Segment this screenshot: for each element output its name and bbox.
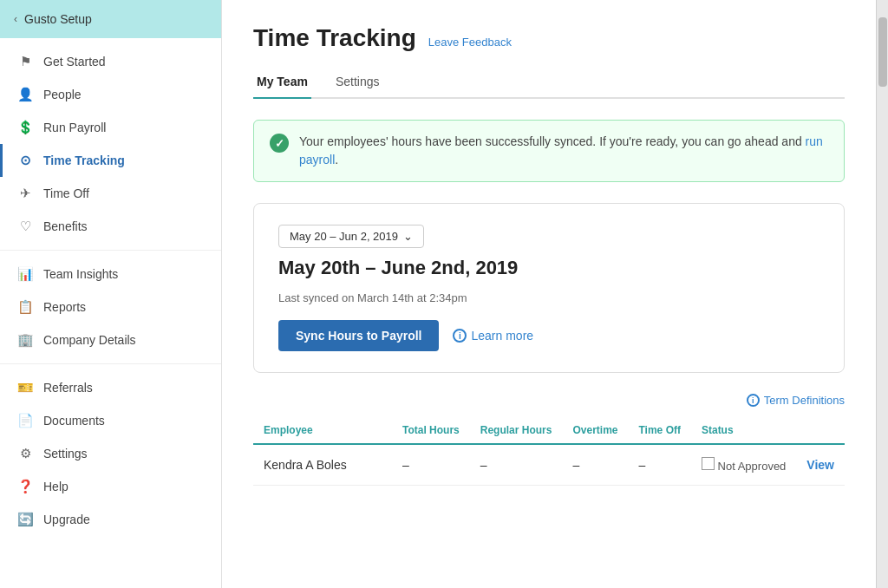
info-icon: i xyxy=(453,329,467,343)
sidebar-item-label-upgrade: Upgrade xyxy=(43,513,90,526)
nav-divider xyxy=(0,250,221,251)
sidebar-item-label-team-insights: Team Insights xyxy=(43,267,118,281)
sidebar-item-help[interactable]: ❓Help xyxy=(0,470,221,503)
date-card: May 20 – Jun 2, 2019 ⌄ May 20th – June 2… xyxy=(253,203,845,373)
sidebar-item-label-benefits: Benefits xyxy=(43,219,88,233)
sidebar-item-label-settings: Settings xyxy=(43,447,88,461)
get-started-icon: ⚑ xyxy=(17,54,33,69)
referrals-icon: 🎫 xyxy=(17,380,33,395)
cell-time_off: – xyxy=(629,444,691,486)
settings-icon: ⚙ xyxy=(17,446,33,461)
col-actions xyxy=(796,417,845,444)
upgrade-icon: 🔄 xyxy=(17,512,33,527)
view-link[interactable]: View xyxy=(806,458,834,472)
run-payroll-icon: 💲 xyxy=(17,120,33,135)
sidebar-header[interactable]: ‹ Gusto Setup xyxy=(0,0,221,38)
sidebar-item-get-started[interactable]: ⚑Get Started xyxy=(0,45,221,78)
reports-icon: 📋 xyxy=(17,299,33,315)
col-overtime: Overtime xyxy=(562,417,628,444)
company-details-icon: 🏢 xyxy=(17,332,33,348)
sidebar-item-benefits[interactable]: ♡Benefits xyxy=(0,210,221,243)
sidebar-item-label-reports: Reports xyxy=(43,300,86,314)
benefits-icon: ♡ xyxy=(17,219,33,234)
sidebar-item-label-get-started: Get Started xyxy=(43,55,106,69)
cell-employee: Kendra A Boles xyxy=(253,444,392,486)
sync-actions: Sync Hours to Payroll i Learn more xyxy=(278,320,819,351)
table-header: Employee Total Hours Regular Hours Overt… xyxy=(253,417,845,444)
cell-status: Not Approved xyxy=(691,444,796,486)
sidebar-item-people[interactable]: 👤People xyxy=(0,78,221,111)
sidebar-item-company-details[interactable]: 🏢Company Details xyxy=(0,323,221,356)
help-icon: ❓ xyxy=(17,479,33,494)
success-text: Your employees' hours have been successf… xyxy=(299,133,828,169)
leave-feedback-link[interactable]: Leave Feedback xyxy=(428,36,512,49)
sidebar-item-label-people: People xyxy=(43,88,82,101)
tab-my-team[interactable]: My Team xyxy=(253,66,311,99)
sidebar-item-team-insights[interactable]: 📊Team Insights xyxy=(0,258,221,291)
sidebar-item-time-off[interactable]: ✈Time Off xyxy=(0,177,221,210)
sidebar-item-label-run-payroll: Run Payroll xyxy=(43,121,106,134)
date-range-title: May 20th – June 2nd, 2019 xyxy=(278,257,819,279)
cell-total_hours: – xyxy=(392,444,470,486)
sidebar-item-label-referrals: Referrals xyxy=(43,381,93,395)
col-employee: Employee xyxy=(253,417,392,444)
last-synced-text: Last synced on March 14th at 2:34pm xyxy=(278,291,819,304)
sidebar-item-upgrade[interactable]: 🔄Upgrade xyxy=(0,503,221,536)
sidebar-item-reports[interactable]: 📋Reports xyxy=(0,291,221,323)
time-tracking-icon: ⊙ xyxy=(17,153,33,168)
sidebar-item-time-tracking[interactable]: ⊙Time Tracking xyxy=(0,144,221,177)
sidebar-item-label-company-details: Company Details xyxy=(43,333,136,347)
col-total-hours: Total Hours xyxy=(392,417,470,444)
term-definitions-link[interactable]: i Term Definitions xyxy=(747,394,845,407)
term-info-icon: i xyxy=(747,394,760,407)
team-insights-icon: 📊 xyxy=(17,266,33,282)
sidebar-item-settings[interactable]: ⚙Settings xyxy=(0,437,221,470)
success-icon xyxy=(270,134,289,153)
cell-view: View xyxy=(796,444,845,486)
date-selector-label: May 20 – Jun 2, 2019 xyxy=(290,230,398,243)
success-banner: Your employees' hours have been successf… xyxy=(253,120,845,182)
documents-icon: 📄 xyxy=(17,413,33,428)
cell-regular_hours: – xyxy=(470,444,563,486)
cell-overtime: – xyxy=(562,444,628,486)
chevron-left-icon: ‹ xyxy=(14,13,17,25)
sidebar: ‹ Gusto Setup ⚑Get Started👤People💲Run Pa… xyxy=(0,0,222,588)
success-message: Your employees' hours have been successf… xyxy=(299,134,806,148)
tab-settings[interactable]: Settings xyxy=(332,66,383,99)
sync-hours-button[interactable]: Sync Hours to Payroll xyxy=(278,320,439,351)
time-off-icon: ✈ xyxy=(17,186,33,201)
col-regular-hours: Regular Hours xyxy=(470,417,563,444)
page-header: Time Tracking Leave Feedback xyxy=(253,24,845,52)
term-definitions-label: Term Definitions xyxy=(764,394,845,407)
scrollbar-thumb[interactable] xyxy=(878,17,887,87)
sidebar-item-documents[interactable]: 📄Documents xyxy=(0,404,221,437)
table-row: Kendra A Boles–––– Not ApprovedView xyxy=(253,444,845,486)
approve-checkbox[interactable] xyxy=(702,457,715,470)
scrollbar[interactable] xyxy=(876,0,888,588)
employee-table: Employee Total Hours Regular Hours Overt… xyxy=(253,417,845,486)
sidebar-item-label-help: Help xyxy=(43,480,69,493)
main-content: Time Tracking Leave Feedback My Team Set… xyxy=(222,0,876,588)
col-time-off: Time Off xyxy=(629,417,691,444)
status-text: Not Approved xyxy=(715,460,786,473)
people-icon: 👤 xyxy=(17,87,33,102)
date-range-selector[interactable]: May 20 – Jun 2, 2019 ⌄ xyxy=(278,225,424,248)
success-suffix: . xyxy=(335,153,338,167)
table-body: Kendra A Boles–––– Not ApprovedView xyxy=(253,444,845,486)
nav-divider xyxy=(0,363,221,364)
page-title: Time Tracking xyxy=(253,24,416,52)
sidebar-item-label-time-tracking: Time Tracking xyxy=(43,154,125,167)
sidebar-item-label-time-off: Time Off xyxy=(43,186,89,200)
learn-more-label: Learn more xyxy=(471,329,533,343)
sidebar-header-label: Gusto Setup xyxy=(24,12,92,26)
chevron-down-icon: ⌄ xyxy=(403,230,413,243)
sidebar-item-run-payroll[interactable]: 💲Run Payroll xyxy=(0,111,221,144)
sidebar-item-label-documents: Documents xyxy=(43,414,105,428)
learn-more-link[interactable]: i Learn more xyxy=(453,329,533,343)
sidebar-item-referrals[interactable]: 🎫Referrals xyxy=(0,371,221,404)
tabs: My Team Settings xyxy=(253,66,845,99)
sidebar-nav: ⚑Get Started👤People💲Run Payroll⊙Time Tra… xyxy=(0,38,221,588)
col-status: Status xyxy=(691,417,796,444)
term-definitions-row: i Term Definitions xyxy=(253,394,845,407)
